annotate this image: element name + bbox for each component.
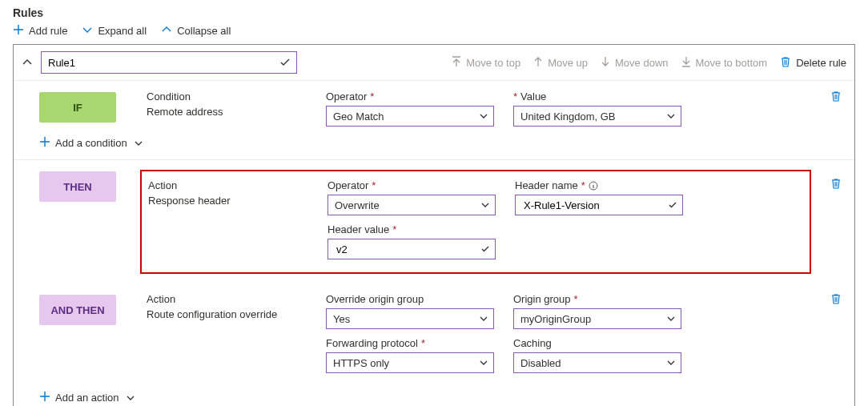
move-up-button[interactable]: Move up (533, 56, 588, 70)
arrow-down-icon (601, 56, 610, 70)
rule-name-input[interactable] (41, 51, 297, 74)
check-icon (480, 244, 490, 254)
action-label: Action (148, 179, 308, 191)
check-icon (279, 57, 291, 68)
if-section: IF Condition Remote address Operator * G… (14, 81, 854, 160)
operator-select[interactable]: Geo Match (326, 106, 494, 127)
info-icon[interactable] (589, 181, 598, 191)
if-badge: IF (39, 92, 116, 123)
chevron-up-icon (161, 24, 172, 38)
chevron-down-icon (126, 393, 135, 403)
condition-label: Condition (147, 90, 307, 103)
andthen-action-label: Action (147, 293, 307, 305)
chevron-down-icon (666, 111, 676, 121)
then-highlight: Action Response header Operator * Overwr… (140, 170, 811, 274)
header-value-input[interactable] (328, 239, 496, 259)
forwarding-label: Forwarding protocol (326, 337, 418, 349)
value-label: Value (520, 90, 546, 103)
then-operator-label: Operator (328, 179, 368, 191)
collapse-rule-button[interactable] (22, 57, 33, 68)
origin-group-label: Origin group (513, 293, 571, 305)
chevron-down-icon (479, 358, 488, 368)
add-action-button[interactable]: Add an action (39, 391, 135, 404)
operator-label: Operator (326, 90, 367, 103)
header-name-label: Header name (515, 179, 578, 191)
header-name-input[interactable] (515, 195, 683, 215)
move-to-bottom-button[interactable]: Move to bottom (681, 56, 768, 70)
expand-all-button[interactable]: Expand all (82, 24, 147, 38)
delete-condition-button[interactable] (830, 90, 842, 102)
override-label: Override origin group (326, 293, 424, 305)
arrow-bottom-icon (681, 56, 691, 70)
header-value-label: Header value (328, 223, 389, 235)
caching-select[interactable]: Disabled (513, 352, 681, 373)
arrow-up-icon (533, 56, 543, 70)
chevron-down-icon (666, 314, 676, 324)
trash-icon (780, 56, 791, 70)
chevron-down-icon (479, 111, 488, 121)
then-badge: THEN (39, 171, 116, 202)
chevron-down-icon (479, 314, 488, 324)
move-to-top-button[interactable]: Move to top (452, 56, 520, 70)
action-value: Response header (148, 195, 308, 207)
arrow-top-icon (452, 56, 461, 70)
value-select[interactable]: United Kingdom, GB (513, 106, 681, 127)
rule-header: Move to top Move up Move down Move to bo… (14, 45, 854, 81)
move-down-button[interactable]: Move down (601, 56, 668, 70)
then-operator-select[interactable]: Overwrite (328, 195, 496, 215)
collapse-all-button[interactable]: Collapse all (161, 24, 231, 38)
rules-container: Move to top Move up Move down Move to bo… (13, 44, 855, 406)
rules-toolbar: Add rule Expand all Collapse all (13, 24, 855, 38)
origin-group-select[interactable]: myOriginGroup (513, 308, 681, 329)
andthen-action-value: Route configuration override (147, 308, 307, 320)
forwarding-select[interactable]: HTTPS only (326, 352, 494, 373)
andthen-badge: AND THEN (39, 295, 116, 325)
plus-icon (13, 24, 24, 38)
section-title: Rules (13, 6, 855, 19)
chevron-down-icon (82, 24, 93, 38)
add-condition-button[interactable]: Add a condition (39, 136, 143, 150)
override-select[interactable]: Yes (326, 308, 494, 329)
chevron-down-icon (666, 358, 676, 368)
andthen-section: AND THEN Action Route configuration over… (14, 283, 854, 383)
plus-icon (39, 136, 50, 150)
delete-andthen-action-button[interactable] (830, 293, 842, 304)
caching-label: Caching (513, 337, 552, 349)
then-section: THEN Action Response header Operator * O… (14, 160, 854, 283)
add-rule-button[interactable]: Add rule (13, 24, 67, 38)
check-icon (668, 200, 677, 210)
delete-then-action-button[interactable] (830, 178, 842, 189)
chevron-down-icon (480, 200, 490, 210)
chevron-down-icon (134, 139, 143, 148)
delete-rule-button[interactable]: Delete rule (780, 56, 846, 70)
condition-value: Remote address (147, 106, 307, 118)
plus-icon (39, 391, 50, 404)
